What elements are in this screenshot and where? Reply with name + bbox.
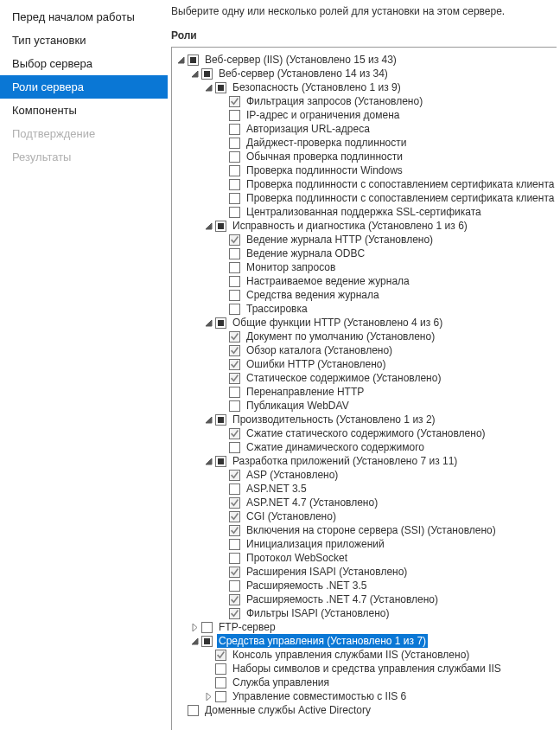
checkbox[interactable] [215,663,226,675]
tree-row[interactable]: Публикация WebDAV [217,399,557,413]
tree-item-label[interactable]: Веб-сервер (IIS) (Установлено 15 из 43) [203,53,398,67]
tree-row[interactable]: Проверка подлинности с сопоставлением се… [217,191,557,205]
tree-row[interactable]: Авторизация URL-адреса [217,122,557,136]
tree-item-label[interactable]: Безопасность (Установлено 1 из 9) [231,80,403,94]
nav-item[interactable]: Тип установки [0,29,168,52]
checkbox[interactable] [229,276,240,287]
tree-item-label[interactable]: Расширения ISAPI (Установлено) [245,565,409,579]
checkbox[interactable] [229,331,240,343]
tree-item-label[interactable]: Средства управления (Установлено 1 из 7) [217,634,428,648]
nav-item[interactable]: Роли сервера [0,75,168,99]
tree-row[interactable]: Документ по умолчанию (Установлено) [217,330,557,343]
tree-item-label[interactable]: Протокол WebSocket [245,551,349,565]
tree-row[interactable]: Проверка подлинности с сопоставлением се… [217,177,557,191]
checkbox[interactable] [229,110,240,121]
checkbox[interactable] [229,234,240,246]
tree-item-label[interactable]: IP-адрес и ограничения домена [245,108,401,122]
checkbox[interactable] [229,124,240,135]
tree-row[interactable]: Наборы символов и средства управления сл… [203,662,557,676]
expander-open-icon[interactable] [203,317,213,328]
expander-closed-icon[interactable] [203,691,213,701]
checkbox[interactable] [229,345,240,356]
expander-open-icon[interactable] [203,82,213,93]
checkbox[interactable] [229,304,240,315]
tree-item-label[interactable]: Трассировка [245,302,309,316]
tree-item-label[interactable]: Обычная проверка подлинности [245,150,404,163]
checkbox[interactable] [215,456,226,467]
tree-item-label[interactable]: ASP.NET 3.5 [245,482,309,496]
checkbox[interactable] [229,497,240,509]
tree-item-label[interactable]: Статическое содержимое (Установлено) [245,371,442,385]
expander-open-icon[interactable] [203,414,213,425]
tree-item-label[interactable]: Расширяемость .NET 3.5 [245,579,368,592]
tree-row[interactable]: Служба управления [203,676,557,689]
checkbox[interactable] [229,359,240,370]
tree-item-label[interactable]: Монитор запросов [245,260,337,274]
tree-item-label[interactable]: Обзор каталога (Установлено) [245,343,394,357]
tree-item-label[interactable]: Производительность (Установлено 1 из 2) [231,413,437,426]
tree-row[interactable]: Сжатие динамического содержимого [217,440,557,454]
checkbox[interactable] [215,650,226,661]
tree-item-label[interactable]: Ведение журнала HTTP (Установлено) [245,233,435,247]
tree-row[interactable]: Фильтрация запросов (Установлено) [217,94,557,108]
tree-item-label[interactable]: ASP.NET 4.7 (Установлено) [245,496,379,509]
tree-item-label[interactable]: CGI (Установлено) [245,509,338,523]
tree-item-label[interactable]: Консоль управления службами IIS (Установ… [231,648,471,662]
checkbox[interactable] [201,622,213,633]
checkbox[interactable] [229,290,240,301]
tree-item-label[interactable]: Перенаправление HTTP [245,385,366,399]
tree-item-label[interactable]: Разработка приложений (Установлено 7 из … [231,454,459,468]
checkbox[interactable] [229,525,240,536]
tree-item-label[interactable]: Документ по умолчанию (Установлено) [245,330,436,343]
tree-row[interactable]: Расширяемость .NET 3.5 [217,579,557,592]
tree-item-label[interactable]: ASP (Установлено) [245,468,340,482]
tree-item-label[interactable]: Авторизация URL-адреса [245,122,372,136]
checkbox[interactable] [229,207,240,218]
checkbox[interactable] [229,387,240,398]
tree-item-label[interactable]: Ведение журнала ODBC [245,247,366,260]
expander-open-icon[interactable] [203,221,213,231]
tree-item-label[interactable]: Фильтрация запросов (Установлено) [245,94,424,108]
tree-item-label[interactable]: Служба управления [231,676,331,689]
tree-row[interactable]: Монитор запросов [217,260,557,274]
tree-row[interactable]: Сжатие статического содержимого (Установ… [217,426,557,440]
tree-item-label[interactable]: Проверка подлинности с сопоставлением се… [245,191,556,205]
checkbox[interactable] [229,567,240,578]
tree-row[interactable]: Исправность и диагностика (Установлено 1… [203,219,557,233]
tree-row[interactable]: Фильтры ISAPI (Установлено) [217,606,557,620]
tree-item-label[interactable]: Инициализация приложений [245,537,386,551]
tree-item-label[interactable]: Сжатие статического содержимого (Установ… [245,426,487,440]
tree-row[interactable]: Консоль управления службами IIS (Установ… [203,648,557,662]
tree-row[interactable]: Веб-сервер (Установлено 14 из 34) [189,67,557,80]
checkbox[interactable] [188,54,199,66]
tree-row[interactable]: Включения на стороне сервера (SSI) (Уста… [217,523,557,537]
tree-row[interactable]: CGI (Установлено) [217,509,557,523]
checkbox[interactable] [229,553,240,564]
tree-row[interactable]: Управление совместимостью с IIS 6 [203,689,557,703]
checkbox[interactable] [215,317,226,329]
tree-row[interactable]: Ошибки HTTP (Установлено) [217,357,557,371]
nav-item[interactable]: Компоненты [0,99,168,122]
tree-row[interactable]: Расширяемость .NET 4.7 (Установлено) [217,592,557,606]
checkbox[interactable] [215,691,226,702]
tree-row[interactable]: Обычная проверка подлинности [217,150,557,163]
tree-item-label[interactable]: Публикация WebDAV [245,399,351,413]
tree-item-label[interactable]: Проверка подлинности Windows [245,163,404,177]
checkbox[interactable] [188,705,199,716]
tree-row[interactable]: Централизованная поддержка SSL-сертифика… [217,205,557,219]
tree-row[interactable]: Ведение журнала HTTP (Установлено) [217,233,557,247]
nav-item[interactable]: Перед началом работы [0,5,168,29]
tree-row[interactable]: Дайджест-проверка подлинности [217,136,557,150]
checkbox[interactable] [229,400,240,412]
checkbox[interactable] [229,96,240,107]
tree-item-label[interactable]: Сжатие динамического содержимого [245,440,426,454]
tree-item-label[interactable]: Управление совместимостью с IIS 6 [231,689,408,703]
checkbox[interactable] [215,677,226,688]
tree-row[interactable]: ASP (Установлено) [217,468,557,482]
checkbox[interactable] [229,179,240,190]
tree-row[interactable]: Расширения ISAPI (Установлено) [217,565,557,579]
tree-row[interactable]: Протокол WebSocket [217,551,557,565]
tree-item-label[interactable]: FTP-сервер [217,620,277,634]
tree-item-label[interactable]: Средства ведения журнала [245,288,381,302]
tree-item-label[interactable]: Фильтры ISAPI (Установлено) [245,606,391,620]
